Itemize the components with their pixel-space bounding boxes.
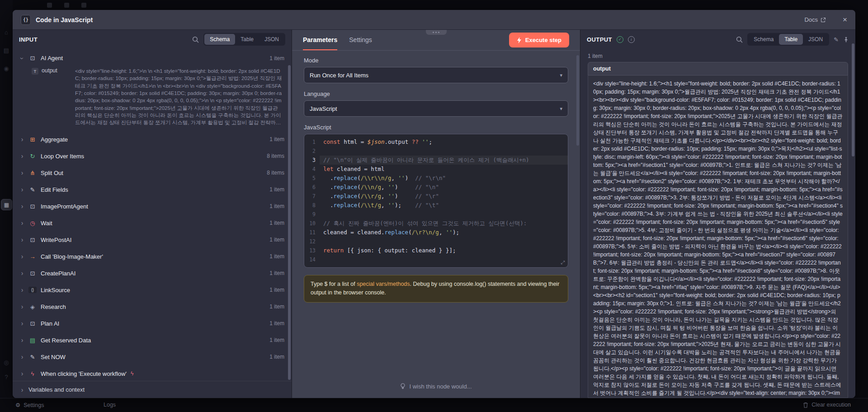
code-editor[interactable]: 1234567891011121314 const html = $json.o… <box>304 134 568 268</box>
input-node-research[interactable]: ›◈Research1 item <box>13 298 292 315</box>
input-node-edit-fields[interactable]: ›✎Edit Fields1 item <box>13 181 292 198</box>
output-column-header[interactable]: output <box>588 62 848 76</box>
input-node-linksource[interactable]: ›{}LinkSource1 item <box>13 282 292 298</box>
chevron-right-icon[interactable]: › <box>20 336 24 344</box>
credentials-icon[interactable]: ◉ <box>0 65 13 72</box>
input-panel: INPUT SchemaTableJSON ›⊡AI Agent1 itemTo… <box>13 30 292 398</box>
pencil-node-icon: ✎ <box>28 354 37 360</box>
loop-node-icon: ↻ <box>28 153 37 160</box>
chevron-down-icon: ▾ <box>560 106 562 112</box>
item-count: 1 item <box>269 354 284 360</box>
docs-label: Docs <box>804 16 818 23</box>
variables-and-context-label: Variables and context <box>28 386 85 393</box>
item-count: 1 item <box>269 287 284 293</box>
chevron-right-icon[interactable]: › <box>20 136 24 143</box>
aggregate-node-icon: ⊞ <box>28 136 37 143</box>
trash-icon <box>803 402 808 408</box>
chevron-right-icon[interactable]: › <box>20 152 24 160</box>
docs-link[interactable]: Docs <box>804 16 826 23</box>
chevron-right-icon: › <box>20 386 24 393</box>
chevron-expanded-icon[interactable]: › <box>19 56 26 61</box>
chevron-right-icon[interactable]: › <box>20 270 24 277</box>
language-select[interactable]: JavaScript ▾ <box>304 100 568 117</box>
input-node-writepostai[interactable]: ›⊡WritePostAI1 item <box>13 232 292 248</box>
input-node-split-out[interactable]: ›⋔Split Out8 items <box>13 165 292 181</box>
search-icon[interactable] <box>192 36 199 43</box>
settings-label: Settings <box>24 402 44 408</box>
pin-data-icon[interactable] <box>843 37 849 43</box>
workflows-icon[interactable]: ▤ <box>0 47 13 54</box>
input-node-ai-agent[interactable]: ›⊡AI Agent1 item <box>13 50 292 66</box>
execute-step-label: Execute step <box>525 37 561 43</box>
code-lines[interactable]: const html = $json.output ?? '';// "\n"이… <box>320 137 568 264</box>
close-icon[interactable]: × <box>843 16 847 24</box>
output-tab-json[interactable]: JSON <box>803 34 828 45</box>
input-tab-json[interactable]: JSON <box>259 34 284 45</box>
input-node-when-clicking-execute-workflow[interactable]: ›ϟWhen clicking 'Execute workflow'ϟ <box>13 365 292 381</box>
input-node-loop-over-items[interactable]: ›↻Loop Over Items8 items <box>13 148 292 165</box>
chevron-right-icon[interactable]: › <box>20 236 24 243</box>
output-tab-schema[interactable]: Schema <box>748 34 779 45</box>
input-node-call-blog-image-maker[interactable]: ›→Call 'Blog-Image-Maker'1 item <box>13 248 292 265</box>
input-node-wait[interactable]: ›◷Wait1 item <box>13 215 292 232</box>
node-label: LinkSource <box>41 287 70 294</box>
input-node-aggregate[interactable]: ›⊞Aggregate1 item <box>13 131 292 148</box>
output-item-count: 1 item <box>580 49 855 62</box>
input-tab-table[interactable]: Table <box>235 34 259 45</box>
tab-settings[interactable]: Settings <box>349 30 372 50</box>
expand-editor-icon[interactable]: ⤢ <box>561 260 565 265</box>
input-node-get-reserved-data[interactable]: ›▤Get Reserved Data1 item <box>13 332 292 349</box>
output-table: output <div style="line-height: 1.6;"><h… <box>588 62 848 398</box>
output-tab-table[interactable]: Table <box>779 34 803 45</box>
execute-step-button[interactable]: Execute step <box>509 33 569 47</box>
input-node-plan-ai[interactable]: ›⊡Plan AI1 item <box>13 315 292 332</box>
node-feedback-link[interactable]: I wish this node would... <box>304 374 568 398</box>
chevron-right-icon[interactable]: › <box>20 219 24 227</box>
chevron-right-icon[interactable]: › <box>20 203 24 210</box>
sidebar-settings[interactable]: ⚙ Settings <box>15 402 44 408</box>
search-icon[interactable] <box>736 36 743 43</box>
bot-node-icon: ⊡ <box>28 237 37 243</box>
mode-select[interactable]: Run Once for All Items ▾ <box>304 67 568 83</box>
mode-value: Run Once for All Items <box>310 72 368 79</box>
code-node-icon: {} <box>21 15 31 25</box>
sheet-node-icon: ▤ <box>28 337 37 344</box>
edit-output-icon[interactable]: ✎ <box>834 36 839 43</box>
chevron-right-icon[interactable]: › <box>20 353 24 360</box>
chevron-right-icon[interactable]: › <box>20 303 24 310</box>
hint-link[interactable]: special vars/methods <box>357 281 410 287</box>
tab-parameters[interactable]: Parameters <box>303 30 337 50</box>
node-label: Split Out <box>41 170 63 176</box>
input-scrollbar[interactable] <box>288 65 291 380</box>
chevron-right-icon[interactable]: › <box>20 253 24 260</box>
bot-node-icon: ⊡ <box>28 320 37 327</box>
chevron-right-icon[interactable]: › <box>20 370 24 377</box>
input-node-set-now[interactable]: ›✎Set NOW1 item <box>13 349 292 365</box>
panel-toggle-button[interactable]: ▦ <box>1 199 12 210</box>
flash-icon <box>517 37 522 43</box>
bot-node-icon: ⊡ <box>28 203 37 210</box>
logs-panel-toggle[interactable]: Logs <box>104 402 116 408</box>
output-scrollbar[interactable] <box>852 43 854 156</box>
parameters-scrollbar[interactable] <box>576 55 579 146</box>
variables-and-context-row[interactable]: › Variables and context <box>13 381 292 398</box>
chevron-right-icon[interactable]: › <box>20 186 24 193</box>
code-node-modal: {} Code in JavaScript Docs × INPUT Schem… <box>13 10 855 398</box>
node-label: ImagePromtAgent <box>41 203 88 210</box>
help-icon[interactable]: ? <box>0 374 13 380</box>
chevron-right-icon[interactable]: › <box>20 286 24 294</box>
code-gutter: 1234567891011121314 <box>304 137 320 264</box>
schema-field-output[interactable]: Toutput<div style="line-height: 1.6;">\n… <box>13 66 292 131</box>
input-node-imagepromtagent[interactable]: ›⊡ImagePromtAgent1 item <box>13 198 292 215</box>
chevron-right-icon[interactable]: › <box>20 169 24 176</box>
chevron-right-icon[interactable]: › <box>20 320 24 327</box>
panel-drag-handle[interactable] <box>426 30 447 35</box>
input-tab-schema[interactable]: Schema <box>204 34 235 45</box>
clear-execution-button[interactable]: Clear execution <box>803 402 851 408</box>
node-title[interactable]: Code in JavaScript <box>36 16 93 24</box>
templates-icon[interactable]: ◎ <box>0 359 13 366</box>
info-icon[interactable]: i <box>628 36 635 43</box>
input-node-createplanai[interactable]: ›⊡CreatePlanAI1 item <box>13 265 292 282</box>
home-icon[interactable]: ⌂ <box>0 29 13 36</box>
input-title: INPUT <box>19 36 38 43</box>
